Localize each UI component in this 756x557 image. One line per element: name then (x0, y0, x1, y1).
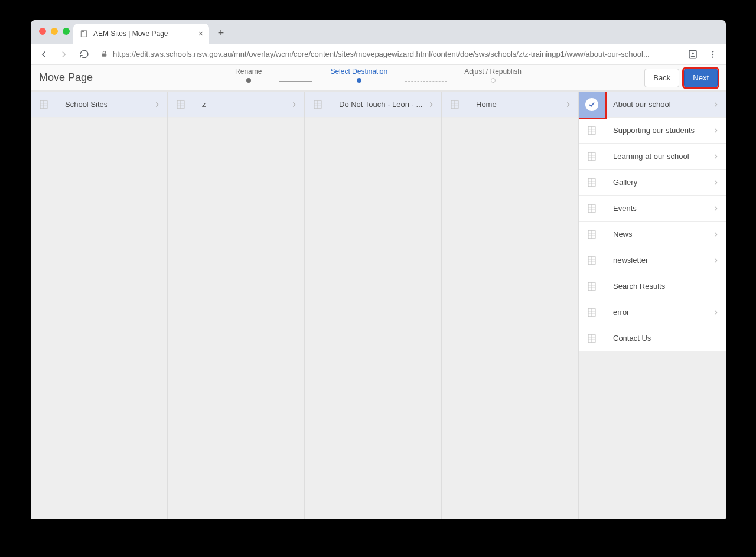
chevron-right-icon (153, 100, 161, 109)
svg-rect-1 (102, 53, 107, 56)
next-button-label: Next (693, 73, 709, 82)
column-item[interactable]: Contact Us (579, 325, 726, 351)
step-dot-icon (491, 78, 496, 83)
window-zoom-icon[interactable] (63, 28, 70, 35)
page-thumbnail-icon[interactable] (579, 299, 605, 325)
page-thumbnail-icon[interactable] (305, 92, 331, 118)
step-dot-icon (246, 78, 251, 83)
column-item-label: Do Not Touch - Leon - ... (339, 100, 427, 109)
column-item-body[interactable]: error (605, 299, 726, 325)
window-close-icon[interactable] (39, 28, 46, 35)
column-item[interactable]: z (168, 92, 304, 118)
chevron-right-icon (712, 256, 720, 265)
chevron-right-icon (712, 230, 720, 239)
column-item[interactable]: Search Results (579, 273, 726, 299)
page-thumbnail-icon[interactable] (579, 118, 605, 144)
column-item[interactable]: School Sites (31, 92, 167, 118)
step-label: Adjust / Republish (464, 67, 522, 76)
wizard-step-select-destination[interactable]: Select Destination (330, 67, 387, 83)
column-item-label: Learning at our school (613, 152, 712, 161)
column-item-body[interactable]: Supporting our students (605, 118, 726, 143)
column-item[interactable]: Gallery (579, 170, 726, 196)
browser-tab[interactable]: AEM Sites | Move Page × (73, 24, 209, 44)
svg-point-4 (712, 51, 713, 52)
column: z (168, 92, 305, 519)
back-button-label: Back (653, 73, 670, 82)
page-thumbnail-icon[interactable] (579, 222, 605, 247)
wizard-step-adjust-republish[interactable]: Adjust / Republish (464, 67, 522, 83)
tab-close-icon[interactable]: × (198, 30, 203, 38)
profile-icon[interactable] (685, 46, 701, 63)
column-item[interactable]: Supporting our students (579, 118, 726, 144)
chevron-right-icon (712, 178, 720, 187)
column-item[interactable]: newsletter (579, 247, 726, 273)
column: School Sites (31, 92, 168, 519)
next-button[interactable]: Next (684, 69, 718, 87)
column-item[interactable]: Home (442, 92, 578, 118)
page-content: Move Page Rename Select Destination Adju… (31, 65, 726, 519)
nav-reload-button[interactable] (76, 46, 92, 63)
selection-check-icon[interactable] (579, 92, 605, 118)
column-item-body[interactable]: Learning at our school (605, 144, 726, 169)
wizard-header: Move Page Rename Select Destination Adju… (31, 65, 726, 91)
chevron-right-icon (712, 308, 720, 317)
column-item-body[interactable]: Gallery (605, 170, 726, 195)
chevron-right-icon (427, 100, 435, 109)
chevron-right-icon (564, 100, 572, 109)
column-item-label: newsletter (613, 256, 712, 265)
nav-back-button[interactable] (35, 46, 52, 63)
step-connector (279, 81, 312, 82)
page-thumbnail-icon[interactable] (168, 92, 194, 118)
column-item[interactable]: News (579, 222, 726, 247)
page-favicon-icon (79, 29, 89, 38)
chevron-right-icon (712, 126, 720, 135)
page-thumbnail-icon[interactable] (579, 144, 605, 170)
column-item-label: School Sites (65, 100, 153, 109)
column: About our schoolSupporting our studentsL… (579, 92, 726, 519)
page-thumbnail-icon[interactable] (579, 247, 605, 273)
page-thumbnail-icon[interactable] (579, 325, 605, 351)
nav-forward-button[interactable] (56, 46, 72, 63)
column-item[interactable]: About our school (579, 92, 726, 118)
column-item-body[interactable]: Search Results (605, 273, 726, 299)
new-tab-button[interactable]: + (213, 25, 229, 41)
column-item-body[interactable]: News (605, 222, 726, 247)
page-thumbnail-icon[interactable] (579, 170, 605, 196)
page-thumbnail-icon[interactable] (579, 196, 605, 222)
column-item[interactable]: Learning at our school (579, 144, 726, 170)
column-item-label: About our school (613, 100, 712, 109)
tab-title: AEM Sites | Move Page (93, 30, 194, 38)
address-bar: https://edit.sws.schools.nsw.gov.au/mnt/… (31, 44, 726, 65)
page-title: Move Page (39, 71, 93, 84)
chevron-right-icon (712, 100, 720, 109)
window-minimize-icon[interactable] (51, 28, 58, 35)
column-item-body[interactable]: Home (468, 92, 578, 117)
browser-menu-icon[interactable] (705, 46, 721, 63)
column-item-body[interactable]: z (194, 92, 304, 117)
browser-window: AEM Sites | Move Page × + https://edit.s… (31, 20, 726, 519)
chevron-right-icon (712, 204, 720, 213)
column-item-body[interactable]: Do Not Touch - Leon - ... (331, 92, 441, 117)
svg-point-5 (712, 53, 713, 54)
column-item-body[interactable]: School Sites (57, 92, 167, 117)
column-item-label: Home (476, 100, 564, 109)
column-item[interactable]: Events (579, 196, 726, 222)
column-item[interactable]: Do Not Touch - Leon - ... (305, 92, 441, 118)
tab-strip: AEM Sites | Move Page × + (31, 20, 726, 44)
page-thumbnail-icon[interactable] (579, 273, 605, 299)
wizard-step-rename[interactable]: Rename (235, 67, 262, 83)
column-item[interactable]: error (579, 299, 726, 325)
column-item-body[interactable]: Events (605, 196, 726, 221)
column-item-label: Supporting our students (613, 126, 712, 135)
column-item-body[interactable]: newsletter (605, 247, 726, 273)
column-item-body[interactable]: Contact Us (605, 325, 726, 351)
step-dot-icon (357, 78, 361, 83)
page-thumbnail-icon[interactable] (442, 92, 468, 118)
column-item-body[interactable]: About our school (605, 92, 726, 117)
chevron-right-icon (290, 100, 298, 109)
window-controls (39, 28, 70, 35)
lock-icon (100, 50, 108, 58)
url-field[interactable]: https://edit.sws.schools.nsw.gov.au/mnt/… (96, 46, 681, 63)
page-thumbnail-icon[interactable] (31, 92, 57, 118)
back-button[interactable]: Back (644, 69, 679, 87)
